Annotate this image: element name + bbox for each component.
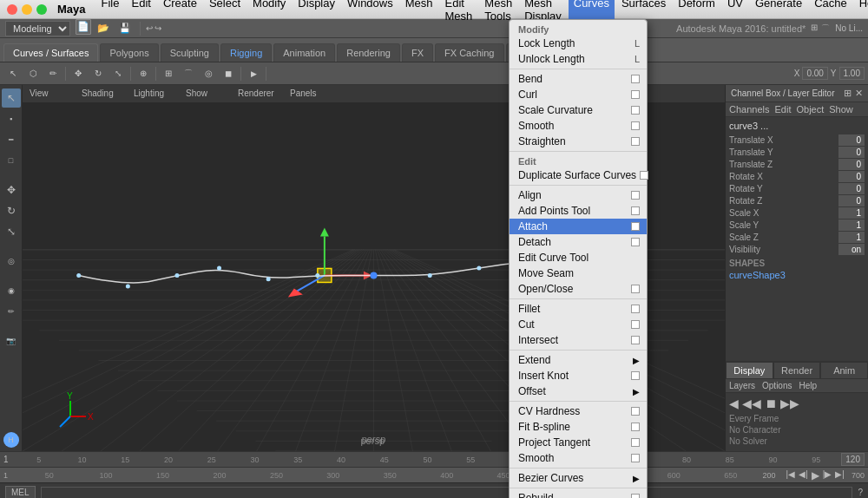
anim-tab[interactable]: Anim — [820, 362, 868, 379]
menu-item-cut[interactable]: Cut — [510, 317, 647, 332]
help-icon[interactable]: ? — [858, 488, 863, 497]
render-tab[interactable]: Render — [773, 362, 821, 379]
tab-rendering[interactable]: Rendering — [337, 43, 400, 62]
tab-polygons[interactable]: Polygons — [100, 43, 158, 62]
menu-item-bezier-curves[interactable]: Bezier Curves▶ — [510, 470, 647, 486]
prev-frame-icon[interactable]: ◀ — [729, 396, 739, 410]
menu-item-unlock-length[interactable]: Unlock LengthL — [510, 51, 647, 67]
scale-tool-icon[interactable]: ⤡ — [2, 222, 21, 241]
last-frame-icon[interactable]: ▶| — [835, 469, 845, 482]
snap-grid-icon[interactable]: ⊞ — [811, 23, 818, 35]
tab-curves-surfaces[interactable]: Curves / Surfaces — [3, 43, 98, 62]
menu-mesh[interactable]: Mesh — [400, 0, 438, 23]
menu-item-duplicate-surface-curves[interactable]: Duplicate Surface Curves — [510, 167, 647, 183]
menu-item-project-tangent[interactable]: Project Tangent — [510, 435, 647, 450]
face-mode-icon[interactable]: □ — [2, 151, 21, 170]
close-button[interactable] — [7, 4, 17, 15]
menu-item-curl[interactable]: Curl — [510, 87, 647, 102]
rotate-tool-icon[interactable]: ↻ — [2, 201, 21, 220]
menu-item-intersect[interactable]: Intersect — [510, 332, 647, 348]
channels-menu[interactable]: Channels — [729, 104, 769, 115]
menu-edit[interactable]: Edit — [126, 0, 155, 23]
menu-create[interactable]: Create — [158, 0, 202, 23]
snap-grid-icon[interactable]: ⊞ — [159, 64, 178, 83]
menu-item-open/close[interactable]: Open/Close — [510, 281, 647, 297]
menu-item-edit-curve-tool[interactable]: Edit Curve Tool — [510, 250, 647, 265]
menu-generate[interactable]: Generate — [750, 0, 807, 23]
vertex-mode-icon[interactable]: ▪ — [2, 109, 21, 128]
move-tool-icon[interactable]: ✥ — [2, 180, 21, 200]
edge-mode-icon[interactable]: ━ — [2, 130, 21, 149]
menu-item-insert-knot[interactable]: Insert Knot — [510, 368, 647, 383]
mel-button[interactable]: MEL — [5, 486, 36, 498]
display-tab[interactable]: Display — [726, 362, 773, 379]
tab-rigging[interactable]: Rigging — [220, 43, 272, 62]
scale-icon[interactable]: ⤡ — [108, 64, 128, 83]
move-icon[interactable]: ✥ — [69, 64, 88, 83]
paint-icon[interactable]: ✏ — [43, 64, 62, 83]
snap-curve-icon[interactable]: ⌒ — [821, 23, 830, 35]
timeline[interactable]: 1 5101520253035404550556065707580859095 … — [0, 451, 868, 467]
minimize-button[interactable] — [22, 4, 32, 15]
snap-surface-icon[interactable]: ◼ — [219, 64, 238, 83]
maximize-button[interactable] — [36, 4, 47, 15]
menu-item-lock-length[interactable]: Lock LengthL — [510, 36, 647, 51]
universal-manip-icon[interactable]: ⊕ — [134, 64, 153, 83]
menu-cache[interactable]: Cache — [809, 0, 852, 23]
menu-file[interactable]: File — [96, 0, 125, 23]
new-file-icon[interactable]: 📄 — [76, 19, 91, 35]
menu-item-smooth[interactable]: Smooth — [510, 450, 647, 466]
rotate-icon[interactable]: ↻ — [89, 64, 108, 83]
select-mode-icon[interactable]: ↖ — [2, 88, 21, 108]
layers-submenu[interactable]: Layers — [729, 381, 755, 390]
help-submenu[interactable]: Help — [799, 381, 817, 390]
cb-collapse-icon[interactable]: ✕ — [855, 88, 863, 99]
menu-deform[interactable]: Deform — [673, 0, 720, 23]
menu-item-attach[interactable]: Attach — [510, 219, 647, 234]
cb-expand-icon[interactable]: ⊞ — [844, 88, 852, 99]
options-submenu[interactable]: Options — [762, 381, 792, 390]
command-line[interactable] — [41, 487, 853, 499]
next-key-icon[interactable]: |▶ — [823, 469, 832, 482]
render-icon[interactable]: ▶ — [244, 64, 263, 83]
menu-item-move-seam[interactable]: Move Seam — [510, 265, 647, 281]
menu-item-align[interactable]: Align — [510, 187, 647, 203]
menu-item-fillet[interactable]: Fillet — [510, 301, 647, 317]
play-backward-icon[interactable]: ◀◀ — [742, 396, 761, 410]
object-menu[interactable]: Object — [796, 104, 824, 115]
x-coord-value[interactable]: 0.00 — [802, 67, 827, 80]
snap-point-icon[interactable]: ◎ — [199, 64, 218, 83]
paint-select-icon[interactable]: ✏ — [2, 302, 21, 321]
y-coord-value[interactable]: 1.00 — [839, 67, 865, 80]
tab-fx-caching[interactable]: FX Caching — [435, 43, 503, 62]
edit-menu[interactable]: Edit — [774, 104, 791, 115]
show-menu[interactable]: Show — [829, 104, 853, 115]
stop-icon[interactable]: ⏹ — [765, 396, 777, 410]
menu-item-smooth[interactable]: Smooth — [510, 118, 647, 134]
menu-item-bend[interactable]: Bend — [510, 71, 647, 87]
menu-select[interactable]: Select — [204, 0, 246, 23]
menu-item-cv-hardness[interactable]: CV Hardness — [510, 403, 647, 419]
menu-item-extend[interactable]: Extend▶ — [510, 352, 647, 368]
menu-item-scale-curvature[interactable]: Scale Curvature — [510, 102, 647, 118]
redo-icon[interactable]: ↪ — [155, 23, 161, 33]
menu-item-rebuild[interactable]: Rebuild — [510, 490, 647, 498]
tab-sculpting[interactable]: Sculpting — [161, 43, 219, 62]
menu-item-straighten[interactable]: Straighten — [510, 134, 647, 149]
play-forward-icon[interactable]: ▶▶ — [780, 396, 799, 410]
menu-modify[interactable]: Modify — [247, 0, 291, 23]
show-manip-icon[interactable]: ◎ — [2, 252, 21, 271]
prev-key-icon[interactable]: ◀| — [799, 469, 808, 482]
curves-dropdown[interactable]: ModifyLock LengthLUnlock LengthLBendCurl… — [509, 19, 648, 498]
menu-uv[interactable]: UV — [722, 0, 748, 23]
menu-windows[interactable]: Windows — [342, 0, 398, 23]
workspace-selector[interactable]: Modeling — [5, 21, 70, 36]
current-frame[interactable]: 120 — [841, 453, 865, 466]
select-tool-icon[interactable]: ↖ — [3, 64, 23, 83]
snap-curve-icon[interactable]: ⌒ — [179, 64, 198, 83]
menu-display[interactable]: Display — [293, 0, 340, 23]
playback-controls[interactable]: |◀ — [786, 469, 796, 482]
tab-animation[interactable]: Animation — [273, 43, 335, 62]
hotbox-icon[interactable]: H — [3, 432, 19, 448]
play-icon[interactable]: ▶ — [812, 469, 819, 482]
